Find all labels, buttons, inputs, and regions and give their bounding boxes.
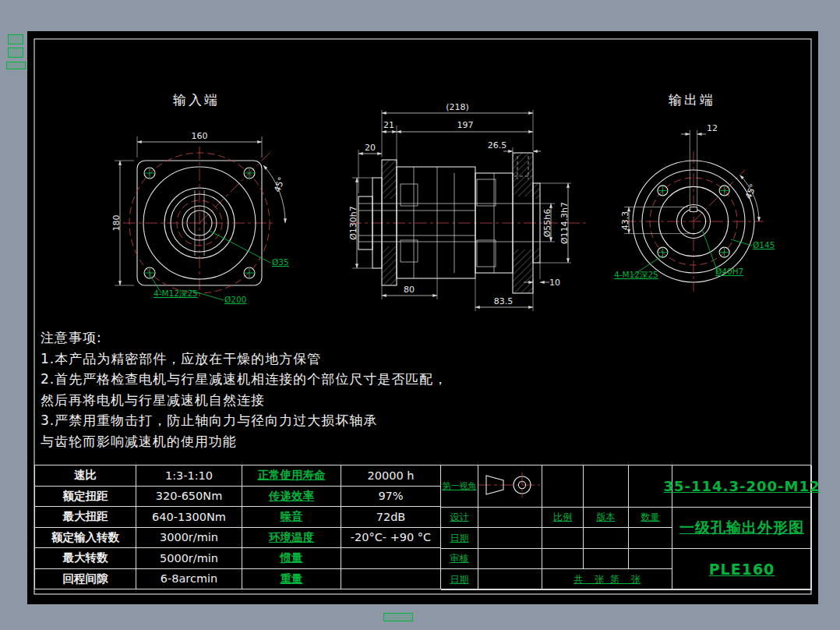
version-cell: 版本 [584, 508, 629, 528]
spec-table: 速比 1:3-1:10 正常使用寿命 20000 h 额定扭距 320-650N… [34, 465, 441, 589]
section-view: (218) 21 197 20 26.5 Ø130h7 Ø55h6 Ø114.3… [348, 102, 586, 311]
callout-bolt-circle: Ø145 [753, 240, 775, 250]
dim-label: 83.5 [494, 296, 514, 306]
table-row: 最大扭距 640-1300Nm 噪音 72dB [35, 507, 441, 528]
note-line: 2.首先严格检查电机与行星减速机相连接的个部位尺寸是否匹配， [41, 369, 447, 390]
quantity-label: 数量 [641, 511, 660, 524]
spec-value: 97% [341, 486, 441, 507]
sheets-cell: 共 张 第 张 [542, 569, 672, 590]
keyway [690, 207, 697, 212]
viewer-badge[interactable] [8, 34, 23, 44]
table-row: 额定输入转数 3000r/min 环境温度 -20°C- +90 °C [35, 527, 441, 548]
scale-label: 比例 [553, 511, 572, 524]
spec-value: 640-1300Nm [136, 507, 242, 528]
note-line: 与齿轮而影响减速机的使用功能 [41, 431, 447, 452]
date-cell: 日期 [441, 569, 478, 590]
viewer-badge[interactable] [6, 62, 26, 69]
blank-cell [478, 508, 542, 528]
cad-viewer-screen: { "colors": { "app_background": "#8d97a6… [0, 0, 840, 630]
blank-cell [584, 528, 629, 549]
spec-value [341, 548, 441, 569]
dim-label: 12 [707, 123, 718, 133]
dim-label: 20 [365, 143, 376, 153]
table-row: 额定扭距 320-650Nm 传递效率 97% [35, 486, 441, 507]
dim-label: 45° [272, 175, 287, 193]
note-line: 然后再将电机与行星减速机自然连接 [41, 390, 447, 411]
dim-label: Ø114.3h7 [559, 202, 570, 244]
spec-label: 额定扭距 [35, 486, 136, 507]
blank-cell [584, 465, 629, 508]
dim-label: 160 [192, 131, 208, 141]
spec-label: 噪音 [242, 507, 341, 528]
dim-label: 43.3 [620, 211, 630, 231]
view-title-input: 输入端 [173, 92, 220, 108]
model-cell: PLE160 [672, 549, 812, 590]
spec-value: 20000 h [341, 465, 441, 487]
dim-label: 21 [383, 120, 394, 130]
spec-value [341, 568, 441, 589]
viewer-tab-marker[interactable] [383, 613, 413, 621]
notes-title: 注意事项: [41, 327, 447, 349]
design-label: 设计 [450, 511, 469, 524]
blank-cell [542, 465, 584, 508]
spec-value: -20°C- +90 °C [341, 527, 441, 548]
blank-cell [478, 549, 542, 569]
spec-label: 最大扭距 [35, 507, 136, 528]
version-label: 版本 [597, 511, 616, 524]
input-end-view: 160 180 45° 4-M12深25 Ø200 Ø35 输入端 [111, 92, 289, 304]
callout-bore: Ø35 [272, 257, 289, 267]
spec-value: 6-8arcmin [136, 568, 242, 589]
spec-label: 重量 [242, 568, 341, 589]
view-title-output: 输出端 [669, 92, 715, 108]
spec-value: 5000r/min [136, 548, 242, 569]
blank-cell [478, 569, 542, 590]
notes-block: 注意事项: 1.本产品为精密部件，应放在干燥的地方保管 2.首先严格检查电机与行… [41, 327, 447, 451]
dim-label: 10 [549, 278, 560, 288]
dim-label: (218) [446, 102, 469, 112]
part-code-cell: 35-114.3-200-M12 [672, 465, 812, 508]
callout-bolts: 4-M12深25 [154, 288, 198, 298]
output-end-view: 12 43.3 45° 4-M12深25 Ø40H7 Ø145 输出端 [614, 92, 775, 292]
callout-bore: Ø40H7 [715, 267, 743, 276]
spec-label: 回程间隙 [35, 568, 136, 589]
viewer-badge[interactable] [8, 48, 23, 58]
dim-label: Ø130h7 [348, 206, 358, 240]
date-label: 日期 [450, 573, 469, 586]
note-line: 1.本产品为精密部件，应放在干燥的地方保管 [41, 349, 447, 370]
date-label: 日期 [450, 532, 469, 545]
projection-label-cell: 第一视角 [441, 465, 478, 508]
design-cell: 设计 [441, 508, 478, 528]
projection-symbol-cell [478, 465, 542, 508]
dim-label: 180 [111, 215, 122, 232]
callout-bolt-circle: Ø200 [224, 295, 246, 304]
spec-label: 传递效率 [242, 486, 341, 507]
blank-cell [542, 528, 584, 549]
table-row: 回程间隙 6-8arcmin 重量 [35, 568, 441, 589]
review-cell: 审核 [441, 549, 478, 569]
spec-value: 3000r/min [136, 527, 242, 548]
dim-label: 80 [404, 285, 415, 295]
dim-label: 26.5 [488, 140, 507, 150]
table-row: 速比 1:3-1:10 正常使用寿命 20000 h [35, 465, 441, 487]
spec-value: 1:3-1:10 [136, 465, 242, 487]
blank-cell [584, 549, 629, 569]
quantity-cell: 数量 [629, 508, 672, 528]
spec-value: 72dB [341, 507, 441, 528]
callout-bolts: 4-M12深25 [614, 270, 658, 279]
table-row: 最大转数 5000r/min 惯量 [35, 548, 441, 569]
drawing-title: 一级孔输出外形图 [679, 518, 804, 538]
spec-label: 额定输入转数 [35, 527, 136, 548]
blank-cell [542, 549, 584, 569]
spec-label: 惯量 [242, 548, 341, 569]
spec-label: 环境温度 [242, 527, 341, 548]
drawing-title-cell: 一级孔输出外形图 [672, 508, 812, 549]
dim-label: Ø55h6 [542, 209, 552, 238]
blank-cell [629, 549, 672, 569]
spec-label: 正常使用寿命 [242, 465, 341, 487]
review-label: 审核 [450, 552, 469, 565]
sheets-label: 共 张 第 张 [574, 573, 641, 586]
blank-cell [478, 528, 542, 549]
part-code: 35-114.3-200-M12 [664, 478, 821, 494]
dim-label: 45° [743, 182, 758, 200]
model-number: PLE160 [709, 561, 775, 578]
